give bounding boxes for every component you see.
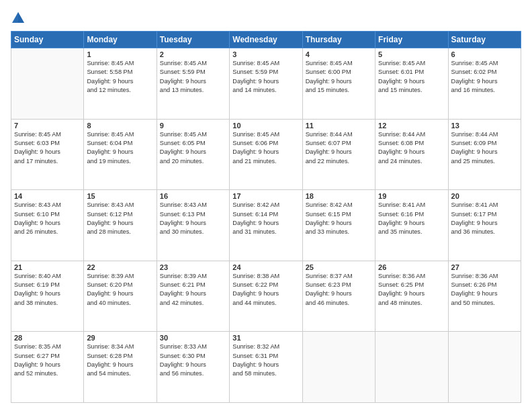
- day-number: 5: [378, 50, 445, 58]
- day-number: 4: [306, 50, 372, 58]
- calendar-day-cell: [448, 332, 521, 403]
- calendar-day-cell: 1Sunrise: 8:45 AM Sunset: 5:58 PM Daylig…: [84, 48, 157, 120]
- sun-info: Sunrise: 8:45 AM Sunset: 6:04 PM Dayligh…: [87, 130, 153, 166]
- day-number: 1: [87, 50, 153, 58]
- sun-info: Sunrise: 8:36 AM Sunset: 6:26 PM Dayligh…: [451, 272, 518, 308]
- sun-info: Sunrise: 8:40 AM Sunset: 6:19 PM Dayligh…: [14, 272, 81, 308]
- day-number: 30: [160, 334, 226, 342]
- calendar-day-cell: 12Sunrise: 8:44 AM Sunset: 6:08 PM Dayli…: [375, 119, 448, 190]
- sun-info: Sunrise: 8:39 AM Sunset: 6:20 PM Dayligh…: [87, 272, 153, 308]
- day-number: 31: [232, 334, 299, 342]
- logo: [11, 11, 28, 26]
- calendar-day-cell: 28Sunrise: 8:35 AM Sunset: 6:27 PM Dayli…: [11, 332, 84, 403]
- sun-info: Sunrise: 8:35 AM Sunset: 6:27 PM Dayligh…: [14, 342, 81, 378]
- calendar-day-cell: 25Sunrise: 8:37 AM Sunset: 6:23 PM Dayli…: [302, 261, 375, 332]
- day-number: 9: [160, 122, 226, 130]
- day-number: 20: [451, 192, 518, 200]
- calendar-week-row: 7Sunrise: 8:45 AM Sunset: 6:03 PM Daylig…: [11, 119, 521, 190]
- calendar-day-cell: 21Sunrise: 8:40 AM Sunset: 6:19 PM Dayli…: [11, 261, 84, 332]
- weekday-header: Wednesday: [230, 32, 302, 48]
- calendar-day-cell: 20Sunrise: 8:41 AM Sunset: 6:17 PM Dayli…: [448, 190, 521, 261]
- calendar-day-cell: 22Sunrise: 8:39 AM Sunset: 6:20 PM Dayli…: [84, 261, 157, 332]
- calendar-day-cell: 24Sunrise: 8:38 AM Sunset: 6:22 PM Dayli…: [230, 261, 302, 332]
- sun-info: Sunrise: 8:43 AM Sunset: 6:12 PM Dayligh…: [87, 201, 153, 236]
- calendar-day-cell: 14Sunrise: 8:43 AM Sunset: 6:10 PM Dayli…: [11, 190, 84, 261]
- calendar-day-cell: 3Sunrise: 8:45 AM Sunset: 5:59 PM Daylig…: [230, 48, 302, 120]
- sun-info: Sunrise: 8:45 AM Sunset: 6:05 PM Dayligh…: [160, 130, 226, 166]
- day-number: 27: [451, 263, 518, 271]
- sun-info: Sunrise: 8:34 AM Sunset: 6:28 PM Dayligh…: [87, 342, 153, 378]
- calendar-week-row: 14Sunrise: 8:43 AM Sunset: 6:10 PM Dayli…: [11, 190, 521, 261]
- sun-info: Sunrise: 8:45 AM Sunset: 6:00 PM Dayligh…: [306, 59, 372, 95]
- sun-info: Sunrise: 8:45 AM Sunset: 6:01 PM Dayligh…: [378, 59, 445, 95]
- day-number: 14: [14, 192, 81, 200]
- calendar-day-cell: 15Sunrise: 8:43 AM Sunset: 6:12 PM Dayli…: [84, 190, 157, 261]
- calendar-day-cell: 2Sunrise: 8:45 AM Sunset: 5:59 PM Daylig…: [157, 48, 229, 120]
- calendar-day-cell: 27Sunrise: 8:36 AM Sunset: 6:26 PM Dayli…: [448, 261, 521, 332]
- calendar-day-cell: 5Sunrise: 8:45 AM Sunset: 6:01 PM Daylig…: [375, 48, 448, 120]
- sun-info: Sunrise: 8:41 AM Sunset: 6:17 PM Dayligh…: [451, 201, 518, 236]
- calendar-day-cell: [375, 332, 448, 403]
- sun-info: Sunrise: 8:45 AM Sunset: 6:06 PM Dayligh…: [232, 130, 299, 166]
- sun-info: Sunrise: 8:44 AM Sunset: 6:08 PM Dayligh…: [378, 130, 445, 166]
- day-number: 17: [232, 192, 299, 200]
- weekday-header: Friday: [375, 32, 448, 48]
- day-number: 28: [14, 334, 81, 342]
- calendar-day-cell: [11, 48, 84, 120]
- calendar-day-cell: 31Sunrise: 8:32 AM Sunset: 6:31 PM Dayli…: [230, 332, 302, 403]
- calendar-header-row: SundayMondayTuesdayWednesdayThursdayFrid…: [11, 32, 521, 48]
- day-number: 13: [451, 122, 518, 130]
- sun-info: Sunrise: 8:37 AM Sunset: 6:23 PM Dayligh…: [306, 272, 372, 308]
- weekday-header: Thursday: [302, 32, 375, 48]
- sun-info: Sunrise: 8:33 AM Sunset: 6:30 PM Dayligh…: [160, 342, 226, 378]
- sun-info: Sunrise: 8:45 AM Sunset: 5:58 PM Dayligh…: [87, 59, 153, 95]
- day-number: 8: [87, 122, 153, 130]
- calendar-day-cell: 6Sunrise: 8:45 AM Sunset: 6:02 PM Daylig…: [448, 48, 521, 120]
- weekday-header: Sunday: [11, 32, 84, 48]
- page: SundayMondayTuesdayWednesdayThursdayFrid…: [0, 0, 532, 411]
- calendar-day-cell: 26Sunrise: 8:36 AM Sunset: 6:25 PM Dayli…: [375, 261, 448, 332]
- calendar-day-cell: 19Sunrise: 8:41 AM Sunset: 6:16 PM Dayli…: [375, 190, 448, 261]
- calendar-week-row: 28Sunrise: 8:35 AM Sunset: 6:27 PM Dayli…: [11, 332, 521, 403]
- header: [11, 8, 521, 26]
- calendar-day-cell: [302, 332, 375, 403]
- calendar-day-cell: 23Sunrise: 8:39 AM Sunset: 6:21 PM Dayli…: [157, 261, 229, 332]
- calendar-day-cell: 29Sunrise: 8:34 AM Sunset: 6:28 PM Dayli…: [84, 332, 157, 403]
- calendar-week-row: 21Sunrise: 8:40 AM Sunset: 6:19 PM Dayli…: [11, 261, 521, 332]
- sun-info: Sunrise: 8:39 AM Sunset: 6:21 PM Dayligh…: [160, 272, 226, 308]
- day-number: 10: [232, 122, 299, 130]
- weekday-header: Saturday: [448, 32, 521, 48]
- sun-info: Sunrise: 8:44 AM Sunset: 6:07 PM Dayligh…: [306, 130, 372, 166]
- weekday-header: Tuesday: [157, 32, 229, 48]
- svg-marker-1: [18, 12, 24, 23]
- day-number: 29: [87, 334, 153, 342]
- calendar-day-cell: 16Sunrise: 8:43 AM Sunset: 6:13 PM Dayli…: [157, 190, 229, 261]
- calendar-table: SundayMondayTuesdayWednesdayThursdayFrid…: [11, 31, 521, 403]
- sun-info: Sunrise: 8:44 AM Sunset: 6:09 PM Dayligh…: [451, 130, 518, 166]
- calendar-day-cell: 7Sunrise: 8:45 AM Sunset: 6:03 PM Daylig…: [11, 119, 84, 190]
- calendar-day-cell: 8Sunrise: 8:45 AM Sunset: 6:04 PM Daylig…: [84, 119, 157, 190]
- sun-info: Sunrise: 8:45 AM Sunset: 5:59 PM Dayligh…: [160, 59, 226, 95]
- day-number: 15: [87, 192, 153, 200]
- day-number: 24: [232, 263, 299, 271]
- calendar-day-cell: 9Sunrise: 8:45 AM Sunset: 6:05 PM Daylig…: [157, 119, 229, 190]
- day-number: 3: [232, 50, 299, 58]
- day-number: 19: [378, 192, 445, 200]
- sun-info: Sunrise: 8:43 AM Sunset: 6:10 PM Dayligh…: [14, 201, 81, 236]
- calendar-day-cell: 30Sunrise: 8:33 AM Sunset: 6:30 PM Dayli…: [157, 332, 229, 403]
- sun-info: Sunrise: 8:42 AM Sunset: 6:14 PM Dayligh…: [232, 201, 299, 236]
- day-number: 23: [160, 263, 226, 271]
- sun-info: Sunrise: 8:36 AM Sunset: 6:25 PM Dayligh…: [378, 272, 445, 308]
- sun-info: Sunrise: 8:45 AM Sunset: 6:02 PM Dayligh…: [451, 59, 518, 95]
- calendar-day-cell: 11Sunrise: 8:44 AM Sunset: 6:07 PM Dayli…: [302, 119, 375, 190]
- weekday-header: Monday: [84, 32, 157, 48]
- logo-icon: [11, 11, 26, 26]
- day-number: 25: [306, 263, 372, 271]
- day-number: 7: [14, 122, 81, 130]
- sun-info: Sunrise: 8:32 AM Sunset: 6:31 PM Dayligh…: [232, 342, 299, 378]
- day-number: 6: [451, 50, 518, 58]
- day-number: 11: [306, 122, 372, 130]
- calendar-day-cell: 17Sunrise: 8:42 AM Sunset: 6:14 PM Dayli…: [230, 190, 302, 261]
- day-number: 16: [160, 192, 226, 200]
- calendar-day-cell: 10Sunrise: 8:45 AM Sunset: 6:06 PM Dayli…: [230, 119, 302, 190]
